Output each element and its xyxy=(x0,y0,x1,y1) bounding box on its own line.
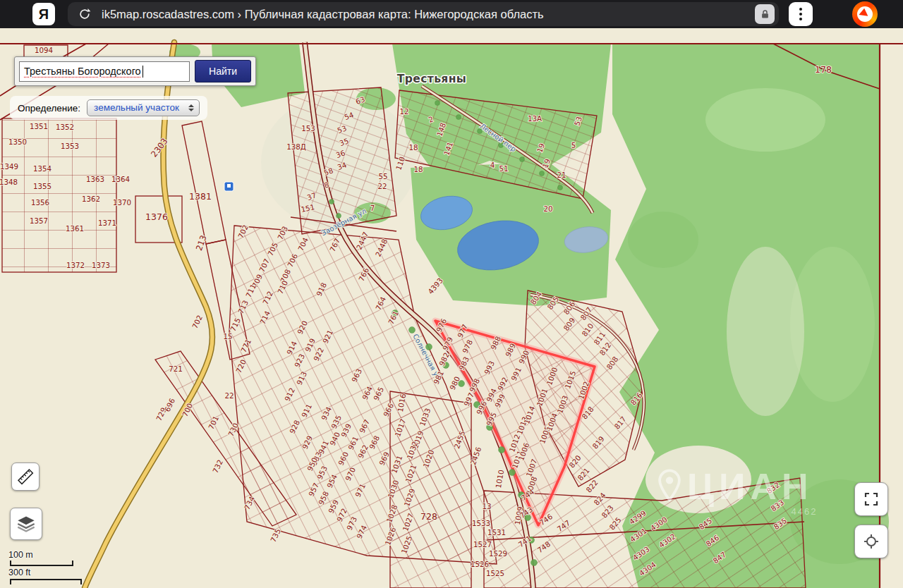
parcel-number-label: 18 xyxy=(413,165,423,173)
parcel-number-label: 1354 xyxy=(33,164,51,173)
parcel-number-label: 1370 xyxy=(113,198,131,207)
parcel-number-label: 1376 xyxy=(145,212,168,222)
layers-icon xyxy=(16,514,36,534)
url-text: ik5map.roscadastres.com › Публичная када… xyxy=(102,8,755,21)
chevron-updown-icon xyxy=(188,104,194,111)
parcel-number-label: 1533 xyxy=(472,519,490,527)
parcel-number-label: 1348 xyxy=(0,178,18,186)
parcel-number-label: 1373 xyxy=(92,261,110,269)
parcel-number-label: 7 xyxy=(370,204,375,212)
search-panel: Трестьяны Богородского Найти xyxy=(14,56,256,86)
parcel-number-label: 1349 xyxy=(0,162,18,171)
parcel-number-label: 1531 xyxy=(487,528,506,537)
filter-panel: Определение: земельный участок xyxy=(10,96,207,120)
parcel-number-label: 15 xyxy=(223,332,232,341)
parcel-number-label: 1381 xyxy=(189,191,212,202)
locate-button[interactable] xyxy=(854,525,888,558)
parcel-number-label: 1350 xyxy=(8,137,27,146)
browser-topbar: Я ik5map.roscadastres.com › Публичная ка… xyxy=(0,0,903,28)
parcel-number-label: 1527 xyxy=(473,540,492,549)
parcel-number-label: 21 xyxy=(557,171,566,179)
parcel-number-label: 1526 xyxy=(471,560,489,568)
parcel-number-label: 1363 xyxy=(86,175,104,183)
parcel-number-label: 13 xyxy=(482,502,491,510)
parcel-number-label: 138Д xyxy=(286,142,306,151)
parcel-number-label: 1529 xyxy=(489,549,507,558)
lock-icon[interactable] xyxy=(755,4,775,24)
search-query-text: Трестьяны Богородского xyxy=(24,66,141,77)
yandex-app-icon[interactable]: Я xyxy=(32,3,55,25)
object-type-select[interactable]: земельный участок xyxy=(87,99,200,116)
parcel-number-label: 1361 xyxy=(66,224,84,233)
parcel-number-label: 721 xyxy=(169,365,183,373)
measure-button[interactable] xyxy=(11,463,40,491)
bus-stop-icon xyxy=(224,182,234,191)
find-button[interactable]: Найти xyxy=(195,60,251,82)
search-input[interactable]: Трестьяны Богородского xyxy=(19,61,190,82)
crosshair-icon xyxy=(863,533,880,550)
scale-imperial-label: 300 ft xyxy=(8,568,82,577)
text-caret xyxy=(143,66,143,78)
parcel-number-label: 1356 xyxy=(31,198,49,207)
parcel-number-label: 12 xyxy=(399,107,408,116)
fullscreen-icon xyxy=(863,491,880,508)
parcel-number-label: 18 xyxy=(408,143,418,152)
parcel-number-label: 153 xyxy=(301,124,315,133)
parcel-number-label: 178 xyxy=(815,64,832,75)
fullscreen-button[interactable] xyxy=(854,482,888,516)
parcel-number-label: 5 xyxy=(571,141,576,149)
scale-metric-bar xyxy=(10,561,73,566)
screen: Я ik5map.roscadastres.com › Публичная ка… xyxy=(0,0,903,588)
yandex-browser-logo xyxy=(852,1,878,27)
parcel-number-label: 1351 xyxy=(30,122,48,130)
parcel-number-label: 4 xyxy=(490,161,495,169)
scale-metric-label: 100 m xyxy=(8,550,82,560)
parcel-number-label: 1371 xyxy=(98,219,116,227)
filter-label: Определение: xyxy=(18,103,80,114)
parcel-number-label: 1525 xyxy=(486,569,504,577)
parcel-number-label: 20 xyxy=(543,204,552,213)
map-viewport[interactable]: 1094178Трестьяны23032136354531533536138Д… xyxy=(0,28,903,588)
object-type-value: земельный участок xyxy=(94,102,179,113)
reload-icon[interactable] xyxy=(78,7,92,21)
parcel-number-label: 1355 xyxy=(33,182,51,190)
parcel-number-label: 55 xyxy=(378,172,387,180)
parcel-number-label: 22 xyxy=(377,182,387,190)
browser-menu-button[interactable] xyxy=(789,2,813,26)
parcel-number-label: 51 xyxy=(499,164,508,173)
url-bar[interactable]: ik5map.roscadastres.com › Публичная када… xyxy=(68,2,779,26)
parcel-number-label: 1352 xyxy=(56,123,74,131)
layers-button[interactable] xyxy=(10,508,42,540)
parcel-number-label: 1372 xyxy=(66,261,85,269)
parcel-number-label: 1357 xyxy=(30,216,48,225)
parcel-number-label: 1364 xyxy=(111,175,130,183)
parcel-number-label: 1362 xyxy=(82,195,100,203)
place-label: Трестьяны xyxy=(397,73,466,85)
parcel-number-label: 22 xyxy=(224,391,234,400)
parcel-number-label: 1094 xyxy=(35,46,53,54)
scale-imperial-bar xyxy=(10,579,82,584)
parcel-number-label: 13А xyxy=(528,114,542,123)
parcel-number-label: 728 xyxy=(420,511,437,522)
ruler-icon xyxy=(16,467,35,486)
parcel-number-label: 1353 xyxy=(61,142,79,150)
scale-bar: 100 m 300 ft xyxy=(8,550,82,584)
yandex-logo-letter: Я xyxy=(39,6,49,23)
